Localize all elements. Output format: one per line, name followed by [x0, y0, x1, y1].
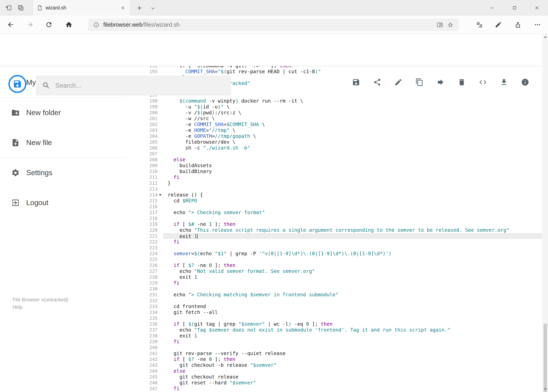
code-line[interactable]: 239 fi: [126, 339, 542, 345]
page-scrollbar[interactable]: [542, 34, 548, 392]
web-note-pen-icon[interactable]: [492, 18, 505, 31]
edit-button[interactable]: [394, 78, 402, 86]
scroll-up-arrow[interactable]: [542, 34, 548, 40]
code-text: -v /$(pwd):/src:z \: [163, 110, 542, 116]
code-line[interactable]: 193 COMMIT_SHA="$(git rev-parse HEAD | c…: [126, 69, 542, 75]
code-line[interactable]: 228 exit 1: [126, 274, 542, 280]
set-aside-tabs-icon[interactable]: [5, 4, 13, 12]
code-line[interactable]: 213: [126, 186, 542, 192]
code-line[interactable]: 225: [126, 257, 542, 262]
code-line[interactable]: 246 git reset --hard "$semver": [126, 380, 542, 386]
code-line[interactable]: 223: [126, 245, 542, 251]
line-gutter: 228: [126, 274, 163, 280]
sidebar-item-new-folder[interactable]: New folder: [0, 98, 126, 128]
code-line[interactable]: 204 -e GOPATH=//tmp/gopath \: [126, 133, 542, 139]
code-line[interactable]: 207: [126, 151, 542, 157]
sidebar-item-logout[interactable]: Logout: [0, 188, 126, 218]
move-button[interactable]: [437, 78, 445, 86]
code-line[interactable]: 215 cd $REPO: [126, 198, 542, 204]
code-editor[interactable]: 192 if [ "$(command -v git)" != "" ]; th…: [126, 66, 542, 392]
code-line[interactable]: 221 exit 1: [126, 233, 542, 239]
code-text: git rev-parse --verify --quiet release: [163, 350, 542, 356]
sidebar-item-settings[interactable]: Settings: [0, 158, 126, 188]
address-bar[interactable]: filebrowser.web/files/wizard.sh: [88, 19, 458, 31]
maximize-button[interactable]: [503, 0, 526, 15]
scroll-down-arrow[interactable]: [542, 386, 548, 392]
code-line[interactable]: 217 echo "> Checking semver format": [126, 210, 542, 216]
code-line[interactable]: 202 -e COMMIT_SHA=$COMMIT_SHA \: [126, 121, 542, 127]
code-line[interactable]: 210 buildBinary: [126, 168, 542, 174]
code-line[interactable]: 237 echo "Tag $semver does not exist in …: [126, 327, 542, 333]
back-button[interactable]: [4, 18, 17, 31]
share-button[interactable]: [373, 78, 381, 86]
sidebar-item-new-file[interactable]: New file: [0, 128, 126, 158]
code-line[interactable]: 226 if [ $? -ne 0 ]; then: [126, 262, 542, 268]
save-button[interactable]: [352, 78, 360, 86]
search-box[interactable]: [36, 76, 231, 95]
code-line[interactable]: 218: [126, 216, 542, 221]
info-circle-icon[interactable]: [93, 21, 100, 28]
code-line[interactable]: 227 echo "Not valid semver format. See s…: [126, 268, 542, 274]
favorites-hub-icon[interactable]: [473, 18, 486, 31]
ellipsis-icon[interactable]: [531, 18, 544, 31]
code-line[interactable]: 192 if [ "$(command -v git)" != "" ]; th…: [126, 66, 542, 69]
code-line[interactable]: 244 else: [126, 368, 542, 374]
code-line[interactable]: 247 fi: [126, 386, 542, 392]
code-line[interactable]: 238 exit 1: [126, 333, 542, 339]
code-line[interactable]: 245 git checkout release: [126, 374, 542, 380]
code-line[interactable]: 203 -e HOME="//tmp" \: [126, 127, 542, 133]
code-line[interactable]: 232: [126, 298, 542, 304]
floppy-disk-logo[interactable]: [8, 75, 26, 93]
share-icon[interactable]: [512, 18, 524, 31]
scrollbar-thumb[interactable]: [543, 324, 547, 392]
code-line[interactable]: 219 if [ $# -ne 1 ]; then: [126, 221, 542, 227]
code-line[interactable]: 220 echo "This release script requires a…: [126, 227, 542, 233]
tab-preview-icon[interactable]: [17, 4, 25, 12]
code-line[interactable]: 216: [126, 204, 542, 210]
code-line[interactable]: 206 sh -c "./wizard.sh -b": [126, 145, 542, 151]
help-link[interactable]: Help: [13, 303, 68, 311]
code-line[interactable]: 240: [126, 345, 542, 350]
fold-arrow-icon[interactable]: [159, 194, 162, 196]
favorite-star-icon[interactable]: [447, 21, 454, 28]
minimize-button[interactable]: [481, 0, 503, 15]
reading-view-icon[interactable]: [436, 21, 443, 28]
code-line[interactable]: 243 git checkout -b release "$semver": [126, 362, 542, 368]
tab-close-icon[interactable]: [120, 5, 126, 11]
code-line[interactable]: 224 semver=$(echo "$1" | grep -P '^v(0|[…: [126, 251, 542, 257]
code-line[interactable]: 233 cd frontend: [126, 304, 542, 309]
code-line[interactable]: 201 -w //src \: [126, 116, 542, 121]
code-line[interactable]: 231 echo "> Checking matching $semver in…: [126, 292, 542, 298]
code-line[interactable]: 200 -v /$(pwd):/src:z \: [126, 110, 542, 116]
code-line[interactable]: 205 filebrowser/dev \: [126, 139, 542, 145]
source-code-button[interactable]: [479, 78, 487, 86]
code-line[interactable]: 214release () {: [126, 192, 542, 198]
code-line[interactable]: 208 else: [126, 157, 542, 163]
home-button[interactable]: [62, 18, 75, 31]
code-line[interactable]: 241 git rev-parse --verify --quiet relea…: [126, 350, 542, 356]
info-button[interactable]: [521, 78, 529, 86]
forward-button[interactable]: [24, 18, 36, 31]
code-line[interactable]: 236 if [ $(git tag | grep "$semver" | wc…: [126, 321, 542, 327]
copy-button[interactable]: [415, 78, 423, 86]
code-line[interactable]: 212}: [126, 180, 542, 186]
tab-list-chevron-icon[interactable]: [149, 4, 157, 12]
close-button[interactable]: [526, 0, 548, 15]
new-tab-button[interactable]: [135, 4, 144, 13]
browser-tab[interactable]: wizard.sh: [33, 0, 130, 15]
code-line[interactable]: 209 buildAssets: [126, 163, 542, 168]
code-line[interactable]: 229 fi: [126, 280, 542, 286]
search-input[interactable]: [55, 82, 225, 89]
code-line[interactable]: 222 fi: [126, 239, 542, 245]
refresh-button[interactable]: [43, 18, 55, 31]
code-line[interactable]: 235: [126, 315, 542, 321]
code-line[interactable]: 230: [126, 286, 542, 292]
code-line[interactable]: 199 -u "$(id -u)" \: [126, 104, 542, 110]
delete-button[interactable]: [458, 78, 466, 86]
code-line[interactable]: 234 git fetch --all: [126, 309, 542, 315]
line-gutter: 238: [126, 333, 163, 339]
code-line[interactable]: 211 fi: [126, 174, 542, 180]
code-line[interactable]: 198 $(command -v winpty) docker run --rm…: [126, 98, 542, 104]
code-line[interactable]: 242 if [ $? -ne 0 ]; then: [126, 356, 542, 362]
download-button[interactable]: [500, 78, 508, 86]
